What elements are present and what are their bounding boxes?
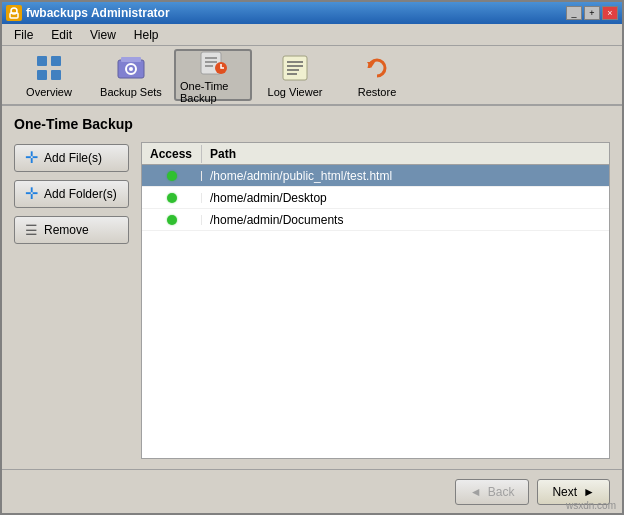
back-button[interactable]: ◄ Back <box>455 479 530 505</box>
next-label: Next <box>552 485 577 499</box>
svg-rect-2 <box>37 56 47 66</box>
remove-icon: ☰ <box>25 222 38 238</box>
restore-icon <box>361 52 393 84</box>
app-window: fwbackups Administrator _ + × File Edit … <box>0 0 624 515</box>
window-title: fwbackups Administrator <box>26 6 170 20</box>
path-cell: /home/admin/public_html/test.html <box>202 169 609 183</box>
left-panel: ✛ Add File(s) ✛ Add Folder(s) ☰ Remove <box>14 142 129 459</box>
access-cell <box>142 215 202 225</box>
svg-rect-5 <box>51 70 61 80</box>
toolbar-overview-label: Overview <box>26 86 72 98</box>
toolbar-log-viewer-label: Log Viewer <box>268 86 323 98</box>
menu-bar: File Edit View Help <box>2 24 622 46</box>
col-access-header: Access <box>142 145 202 163</box>
menu-edit[interactable]: Edit <box>43 26 80 44</box>
content-area: ✛ Add File(s) ✛ Add Folder(s) ☰ Remove A… <box>14 142 610 459</box>
table-row[interactable]: /home/admin/Documents <box>142 209 609 231</box>
close-button[interactable]: × <box>602 6 618 20</box>
backup-sets-icon <box>115 52 147 84</box>
access-cell <box>142 171 202 181</box>
toolbar-one-time-backup-label: One-Time Backup <box>180 80 246 104</box>
menu-view[interactable]: View <box>82 26 124 44</box>
status-dot-green <box>167 171 177 181</box>
access-cell <box>142 193 202 203</box>
add-files-icon: ✛ <box>25 150 38 166</box>
maximize-button[interactable]: + <box>584 6 600 20</box>
back-label: Back <box>488 485 515 499</box>
one-time-backup-icon <box>197 46 229 78</box>
toolbar: Overview Backup Sets <box>2 46 622 106</box>
log-viewer-icon <box>279 52 311 84</box>
col-path-header: Path <box>202 145 609 163</box>
menu-file[interactable]: File <box>6 26 41 44</box>
toolbar-backup-sets[interactable]: Backup Sets <box>92 49 170 101</box>
list-header: Access Path <box>142 143 609 165</box>
file-list-container: Access Path /home/admin/public_html/test… <box>141 142 610 459</box>
window-controls: _ + × <box>566 6 618 20</box>
app-icon <box>6 5 22 21</box>
add-files-button[interactable]: ✛ Add File(s) <box>14 144 129 172</box>
overview-icon <box>33 52 65 84</box>
toolbar-overview[interactable]: Overview <box>10 49 88 101</box>
svg-rect-1 <box>10 13 18 18</box>
toolbar-restore[interactable]: Restore <box>338 49 416 101</box>
status-dot-green <box>167 215 177 225</box>
path-cell: /home/admin/Documents <box>202 213 609 227</box>
toolbar-log-viewer[interactable]: Log Viewer <box>256 49 334 101</box>
back-arrow-icon: ◄ <box>470 485 482 499</box>
menu-help[interactable]: Help <box>126 26 167 44</box>
status-dot-green <box>167 193 177 203</box>
add-folders-icon: ✛ <box>25 186 38 202</box>
table-row[interactable]: /home/admin/Desktop <box>142 187 609 209</box>
file-list-body[interactable]: /home/admin/public_html/test.html /home/… <box>142 165 609 458</box>
toolbar-one-time-backup[interactable]: One-Time Backup <box>174 49 252 101</box>
svg-rect-4 <box>37 70 47 80</box>
page-title: One-Time Backup <box>14 116 610 132</box>
minimize-button[interactable]: _ <box>566 6 582 20</box>
remove-button[interactable]: ☰ Remove <box>14 216 129 244</box>
svg-point-9 <box>129 67 133 71</box>
title-bar: fwbackups Administrator _ + × <box>2 2 622 24</box>
svg-rect-7 <box>121 57 141 62</box>
add-folders-label: Add Folder(s) <box>44 187 117 201</box>
bottom-bar: ◄ Back Next ► <box>2 469 622 513</box>
path-cell: /home/admin/Desktop <box>202 191 609 205</box>
remove-label: Remove <box>44 223 89 237</box>
add-files-label: Add File(s) <box>44 151 102 165</box>
toolbar-backup-sets-label: Backup Sets <box>100 86 162 98</box>
add-folders-button[interactable]: ✛ Add Folder(s) <box>14 180 129 208</box>
table-row[interactable]: /home/admin/public_html/test.html <box>142 165 609 187</box>
toolbar-restore-label: Restore <box>358 86 397 98</box>
next-arrow-icon: ► <box>583 485 595 499</box>
main-content: One-Time Backup ✛ Add File(s) ✛ Add Fold… <box>2 106 622 469</box>
svg-rect-3 <box>51 56 61 66</box>
watermark: wsxdn.com <box>566 500 616 511</box>
svg-rect-15 <box>283 56 307 80</box>
